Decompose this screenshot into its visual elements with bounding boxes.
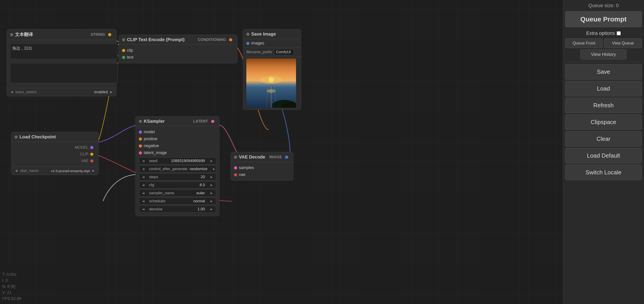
vd-port-label-samples: samples	[239, 165, 254, 170]
save-button[interactable]: Save	[565, 64, 642, 80]
clear-button[interactable]: Clear	[565, 131, 642, 147]
switch-locale-button[interactable]: Switch Locale	[565, 165, 642, 180]
queue-size-label: Queue size: 0	[588, 3, 619, 8]
ks-port-model: model	[139, 129, 216, 136]
port-label-vae-out: VAE	[81, 159, 88, 163]
ks-steps-arrow-left[interactable]: ◄	[139, 174, 148, 180]
node-vae-decode-body: samples vae	[231, 162, 293, 180]
canvas-area[interactable]: 文本翻译 STRING 海边，日出 ◄ trans_switch enabled…	[0, 0, 563, 304]
ks-sched-value: normal	[191, 199, 207, 203]
footer-arrow-right[interactable]: ►	[110, 90, 113, 94]
extra-options-checkbox[interactable]	[617, 31, 621, 35]
si-image-container	[243, 57, 301, 110]
node-save-image-header: Save Image	[243, 29, 301, 39]
vd-port-vae: vae	[234, 171, 290, 178]
ks-steps-label: steps	[148, 175, 198, 179]
ks-port-label-positive: positive	[144, 137, 158, 141]
ks-steps-value: 20	[198, 175, 207, 179]
status-n: N: 8 [8]	[2, 284, 21, 290]
ks-cfg-value: 8.0	[198, 183, 207, 187]
ks-sampler-value: euler	[194, 191, 207, 195]
queue-prompt-button[interactable]: Queue Prompt	[565, 11, 642, 27]
node-load-checkpoint-body: MODEL CLIP VAE	[12, 142, 98, 166]
ks-control-row: ◄ control_after_generate randomize ►	[139, 165, 216, 172]
port-dot-clip-out	[90, 153, 94, 156]
ks-cfg-label: cfg	[148, 183, 198, 187]
node-load-checkpoint-header: Load Checkpoint	[12, 132, 98, 142]
ks-seed-arrow-right[interactable]: ►	[207, 157, 216, 164]
output-label-conditioning: CONDITIONING	[198, 37, 226, 42]
si-port-dot-images	[246, 42, 250, 45]
ks-seed-arrow-left[interactable]: ◄	[139, 157, 148, 164]
queue-front-button[interactable]: Queue Front	[565, 38, 603, 48]
node-ksampler-title: KSampler	[144, 119, 164, 124]
ks-denoise-arrow-left[interactable]: ◄	[139, 206, 148, 212]
ks-control-label: control_after_generate	[148, 167, 188, 171]
ks-sched-arrow-left[interactable]: ◄	[139, 198, 148, 204]
load-default-button[interactable]: Load Default	[565, 148, 642, 163]
ks-sampler-arrow-right[interactable]: ►	[207, 190, 216, 196]
ks-sampler-arrow-left[interactable]: ◄	[139, 190, 148, 196]
port-dot-clip	[122, 49, 125, 52]
port-text: text	[122, 54, 234, 61]
ks-steps-arrow-right[interactable]: ►	[207, 174, 216, 180]
ks-cfg-arrow-right[interactable]: ►	[207, 182, 216, 188]
ks-scheduler-row: ◄ scheduler normal ►	[139, 198, 216, 204]
text-translate-input2[interactable]	[10, 63, 118, 83]
refresh-button[interactable]: Refresh	[565, 98, 642, 113]
ks-port-label-latent: latent_image	[144, 151, 167, 155]
port-label-clip: clip	[127, 48, 133, 53]
node-vae-decode: VAE Decode IMAGE samples vae	[231, 152, 293, 181]
node-text-translate: 文本翻译 STRING 海边，日出 ◄ trans_switch enabled…	[7, 29, 116, 96]
status-bar: T: 0.00s I: 0 N: 8 [8] V: 21 FPS:62.89	[2, 272, 21, 302]
node-text-translate-footer: ◄ trans_switch enabled ►	[7, 88, 116, 96]
vd-output-port	[285, 155, 288, 159]
extra-options-label: Extra options	[586, 30, 615, 36]
lc-footer-arrow-right[interactable]: ►	[92, 169, 95, 173]
footer-arrow-left[interactable]: ◄	[10, 90, 14, 94]
node-vae-decode-header: VAE Decode IMAGE	[231, 152, 293, 162]
right-panel: Queue size: 0 Queue Prompt Extra options…	[563, 0, 644, 304]
ks-output-label: LATENT	[193, 119, 208, 124]
node-dot-clip	[122, 38, 125, 41]
port-label-text: text	[127, 55, 134, 60]
ks-seed-label: seed	[148, 159, 169, 163]
ks-control-arrow-left[interactable]: ◄	[139, 166, 148, 172]
node-load-checkpoint-title: Load Checkpoint	[20, 134, 56, 140]
footer-switch-label: trans_switch	[16, 90, 36, 94]
status-t: T: 0.00s	[2, 272, 21, 278]
view-history-button[interactable]: View History	[580, 49, 626, 59]
node-vae-decode-title: VAE Decode	[239, 154, 265, 159]
output-port-string	[108, 33, 111, 36]
text-translate-input1[interactable]: 海边，日出	[10, 44, 118, 59]
view-history-row: View History	[565, 49, 642, 59]
small-btns-row: Queue Front View Queue	[565, 38, 642, 48]
ks-cfg-arrow-left[interactable]: ◄	[139, 182, 148, 188]
load-button[interactable]: Load	[565, 81, 642, 96]
divider1	[565, 62, 642, 62]
ks-port-dot-negative	[139, 145, 142, 148]
vd-output-label: IMAGE	[270, 155, 282, 159]
output-port-conditioning	[229, 38, 232, 41]
ks-sched-arrow-right[interactable]: ►	[207, 198, 216, 204]
lc-footer-arrow-left[interactable]: ◄	[14, 169, 18, 173]
port-clip-out: CLIP	[14, 151, 95, 157]
clipspace-button[interactable]: Clipspace	[565, 115, 642, 130]
node-ksampler-header: KSampler LATENT	[136, 117, 219, 126]
vd-port-dot-samples	[234, 166, 237, 169]
ks-control-value: randomize	[188, 167, 210, 171]
ks-port-latent: latent_image	[139, 149, 216, 156]
vd-port-label-vae: vae	[239, 172, 246, 177]
view-queue-button[interactable]: View Queue	[604, 38, 642, 48]
ks-control-arrow-right[interactable]: ►	[210, 166, 216, 172]
si-filename-input[interactable]	[274, 49, 294, 55]
vd-port-dot-vae	[234, 173, 237, 176]
node-dot-si	[246, 33, 250, 36]
port-dot-text	[122, 56, 125, 59]
status-fps: FPS:62.89	[2, 296, 21, 302]
ks-sampler-label: sampler_name	[148, 191, 194, 195]
port-model-out: MODEL	[14, 144, 95, 151]
status-i: I: 0	[2, 278, 21, 284]
ks-output-port	[211, 120, 214, 123]
ks-denoise-arrow-right[interactable]: ►	[207, 206, 216, 212]
